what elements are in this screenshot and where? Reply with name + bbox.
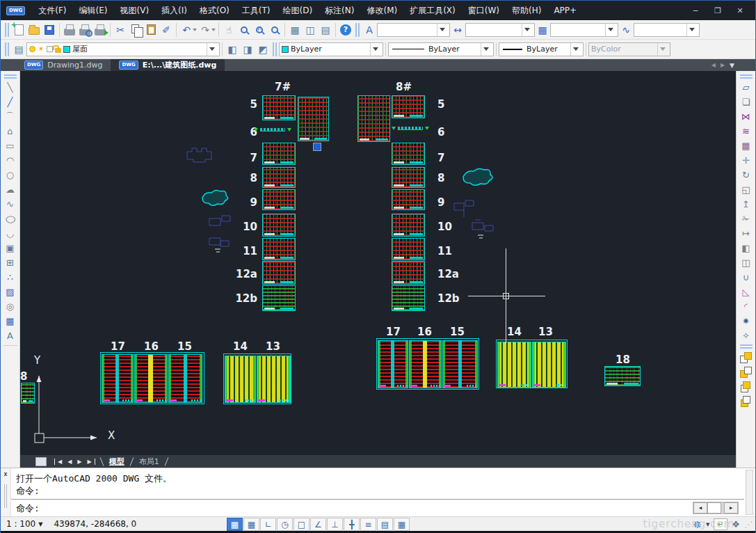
model-tab[interactable]: 模型 bbox=[106, 455, 127, 468]
toolbar-drag-handle[interactable] bbox=[740, 344, 753, 349]
scale-control[interactable]: 1 : 100 ▼ 439874, -284668, 0 bbox=[6, 519, 136, 529]
tab-drawing1[interactable]: DWG Drawing1.dwg bbox=[16, 59, 111, 71]
pan-button[interactable]: ☝ bbox=[221, 22, 236, 38]
layout-prev-button[interactable]: ◀ bbox=[65, 459, 74, 465]
new-file-button[interactable] bbox=[11, 22, 26, 38]
toolbar-drag-handle[interactable] bbox=[740, 74, 753, 79]
plan-thumbnail-large[interactable] bbox=[357, 95, 390, 142]
break-at-point-tool[interactable]: ◧ bbox=[739, 241, 754, 255]
otrack-toggle[interactable]: ∠ bbox=[310, 518, 326, 531]
arc-tool[interactable]: ◠ bbox=[3, 153, 18, 168]
menu-format[interactable]: 格式(O) bbox=[193, 1, 236, 20]
print-button[interactable] bbox=[62, 22, 77, 38]
plan-thumbnail[interactable] bbox=[392, 214, 425, 237]
snap-toggle[interactable]: ▦ bbox=[227, 518, 243, 531]
polar-toggle[interactable]: ◷ bbox=[277, 518, 293, 531]
layer-manager-button[interactable]: ▤ bbox=[11, 42, 26, 57]
make-layer-current-button[interactable]: ◧ bbox=[225, 42, 240, 57]
region-tool[interactable]: ◎ bbox=[3, 299, 18, 314]
row6-annotation[interactable] bbox=[392, 127, 429, 130]
mtext-tool[interactable]: A bbox=[3, 328, 18, 343]
menu-draw[interactable]: 绘图(D) bbox=[277, 1, 319, 20]
layout-last-button[interactable]: ▶ bbox=[84, 459, 95, 465]
row6-annotation[interactable] bbox=[254, 128, 291, 132]
combo-arrow[interactable] bbox=[481, 43, 491, 56]
paste-button[interactable] bbox=[143, 22, 159, 38]
trim-tool[interactable]: ✁ bbox=[739, 212, 754, 226]
scroll-left-icon[interactable]: ◀ bbox=[693, 502, 707, 514]
restore-button[interactable]: ❐ bbox=[708, 3, 727, 17]
designcenter-button[interactable]: ◫ bbox=[303, 22, 318, 38]
line-tool[interactable]: ╲ bbox=[3, 80, 18, 95]
elevation-thumbnail[interactable] bbox=[225, 356, 256, 403]
toolbar-drag-handle[interactable] bbox=[5, 23, 9, 37]
combo-arrow[interactable] bbox=[686, 24, 697, 36]
scale-dropdown-icon[interactable]: ▼ bbox=[38, 521, 42, 527]
tab-scroll-left-icon[interactable]: ◀ bbox=[711, 62, 716, 68]
command-horizontal-scrollbar[interactable]: ◀ ▶ bbox=[693, 502, 739, 514]
mleader-style-combo[interactable] bbox=[634, 23, 700, 37]
command-input-prompt[interactable]: 命令: bbox=[16, 502, 40, 515]
osnap-toggle[interactable]: □ bbox=[293, 518, 309, 531]
bring-above-tool[interactable] bbox=[739, 379, 754, 394]
zoom-realtime-button[interactable] bbox=[236, 22, 252, 38]
plan-thumbnail[interactable] bbox=[262, 238, 296, 260]
tab-list-menu-icon[interactable]: ▼ bbox=[730, 62, 734, 69]
grid-toggle[interactable]: ▦ bbox=[243, 518, 259, 531]
spline-tool[interactable]: ∿ bbox=[3, 197, 18, 212]
redo-button[interactable]: ↷ bbox=[198, 22, 213, 38]
combo-arrow[interactable] bbox=[207, 43, 217, 56]
status-menu-arrow-icon[interactable]: ▼ bbox=[706, 522, 709, 527]
selected-solid-square[interactable] bbox=[313, 143, 321, 151]
plan-thumbnail[interactable] bbox=[604, 366, 641, 386]
make-block-tool[interactable]: ⊞ bbox=[3, 255, 18, 270]
array-tool[interactable]: ▦ bbox=[739, 138, 754, 153]
fillet-tool[interactable]: ◜ bbox=[739, 299, 754, 314]
plan-thumbnail-large[interactable] bbox=[298, 97, 329, 141]
model-space-toggle[interactable]: ▦ bbox=[394, 518, 410, 531]
plan-thumbnail[interactable] bbox=[392, 238, 425, 260]
extend-tool[interactable]: ↦ bbox=[739, 226, 754, 241]
resize-grip-icon[interactable]: ⋰ bbox=[744, 520, 753, 530]
layer-vp-freeze-icon[interactable] bbox=[47, 46, 53, 52]
elevation-thumbnail[interactable] bbox=[168, 354, 202, 403]
menu-express-tools[interactable]: 扩展工具(X) bbox=[403, 1, 462, 20]
elevation-thumbnail[interactable] bbox=[409, 340, 442, 388]
command-close-icon[interactable]: x bbox=[3, 471, 7, 477]
minimize-button[interactable]: ─ bbox=[686, 3, 705, 17]
color-combo[interactable]: ByLayer bbox=[279, 42, 383, 56]
send-to-back-tool[interactable] bbox=[739, 365, 754, 379]
elevation-thumbnail[interactable] bbox=[497, 342, 531, 388]
plan-thumbnail[interactable] bbox=[262, 261, 296, 285]
construction-line-tool[interactable]: ╱ bbox=[3, 95, 18, 109]
linetype-combo[interactable]: ByLayer bbox=[388, 42, 494, 56]
plan-thumbnail[interactable] bbox=[392, 189, 425, 210]
send-under-tool[interactable] bbox=[739, 394, 754, 408]
plot-button[interactable] bbox=[93, 22, 108, 38]
bring-to-front-tool[interactable] bbox=[739, 350, 754, 365]
combo-arrow[interactable] bbox=[437, 24, 447, 36]
layout1-tab[interactable]: 布局1 bbox=[136, 455, 162, 468]
tab-scroll-right-icon[interactable]: ▶ bbox=[721, 62, 725, 68]
copy-object-tool[interactable]: ❏ bbox=[739, 95, 754, 109]
scrollbar-thumb[interactable] bbox=[707, 502, 721, 514]
plan-thumbnail[interactable] bbox=[262, 167, 296, 188]
tool-palettes-button[interactable]: ▤ bbox=[318, 22, 333, 38]
menu-insert[interactable]: 插入(I) bbox=[155, 1, 193, 20]
explode-tool[interactable]: ✷ bbox=[739, 314, 754, 328]
help-button[interactable]: ? bbox=[338, 22, 353, 38]
stretch-tool[interactable]: ↥ bbox=[739, 197, 754, 212]
scroll-right-icon[interactable]: ▶ bbox=[724, 502, 738, 514]
revision-cloud-tool[interactable]: ☁ bbox=[3, 182, 18, 197]
combo-arrow[interactable] bbox=[605, 24, 616, 36]
menu-window[interactable]: 窗口(W) bbox=[462, 1, 506, 20]
toolbar-drag-handle[interactable] bbox=[5, 42, 9, 56]
zoom-window-button[interactable] bbox=[252, 22, 267, 38]
quick-properties-toggle[interactable]: ▤ bbox=[377, 518, 393, 531]
elevation-thumbnail[interactable] bbox=[378, 340, 408, 388]
coordinates-readout[interactable]: 439874, -284668, 0 bbox=[54, 519, 136, 529]
layer-on-bulb-icon[interactable] bbox=[29, 46, 35, 52]
toolbar-drag-handle[interactable] bbox=[4, 74, 17, 79]
plan-thumbnail[interactable] bbox=[262, 95, 296, 120]
point-tool[interactable]: ∴ bbox=[3, 270, 18, 285]
